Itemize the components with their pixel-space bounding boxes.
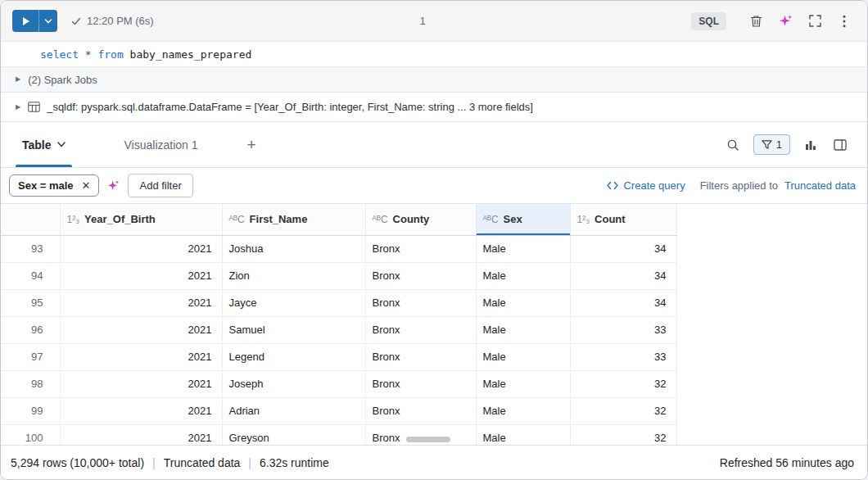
data-profile-icon[interactable] bbox=[798, 133, 823, 157]
table-cell[interactable]: 2021 bbox=[60, 343, 222, 370]
string-type-icon: ᴬᴮC bbox=[373, 214, 388, 225]
sql-table-name: baby_names_prepared bbox=[130, 48, 252, 61]
table-cell[interactable]: Male bbox=[476, 343, 570, 370]
table-row: 942021ZionBronxMale34 bbox=[1, 262, 676, 289]
table-row: 992021AdrianBronxMale32 bbox=[1, 397, 676, 424]
table-cell[interactable]: Male bbox=[476, 262, 570, 289]
horizontal-scrollbar[interactable] bbox=[406, 437, 450, 442]
table-cell[interactable]: 2021 bbox=[60, 397, 222, 424]
column-label: Count bbox=[594, 213, 626, 225]
table-cell[interactable]: 2021 bbox=[60, 262, 222, 289]
table-cell[interactable]: Adrian bbox=[222, 397, 365, 424]
table-row: 952021JayceBronxMale34 bbox=[1, 289, 676, 316]
table-cell[interactable]: 2021 bbox=[60, 370, 222, 397]
table-cell[interactable]: 34 bbox=[570, 235, 676, 262]
table-cell[interactable]: Male bbox=[476, 289, 570, 316]
table-cell[interactable]: 32 bbox=[570, 397, 676, 424]
side-panel-icon[interactable] bbox=[828, 133, 852, 157]
success-check-icon bbox=[70, 16, 82, 27]
table-cell[interactable]: 34 bbox=[570, 262, 676, 289]
create-query-link[interactable]: Create query bbox=[607, 179, 685, 192]
row-count-text: 5,294 rows (10,000+ total) bbox=[11, 456, 144, 469]
filter-bar: Sex = male ✕ Add filter Create query Fil… bbox=[1, 168, 867, 204]
run-button[interactable] bbox=[12, 10, 57, 32]
row-number-cell: 93 bbox=[1, 235, 60, 262]
numeric-type-icon: 1²₃ bbox=[577, 214, 590, 225]
table-cell[interactable]: 33 bbox=[570, 343, 676, 370]
expand-fullscreen-icon[interactable] bbox=[803, 10, 826, 33]
column-header-first-name[interactable]: ᴬᴮCFirst_Name bbox=[222, 204, 365, 235]
row-number-cell: 96 bbox=[1, 316, 60, 343]
truncated-data-link[interactable]: Truncated data bbox=[784, 179, 856, 192]
table-cell[interactable]: Bronx bbox=[365, 235, 476, 262]
row-number-cell: 98 bbox=[1, 370, 60, 397]
table-cell[interactable]: Joshua bbox=[222, 235, 365, 262]
column-header-count[interactable]: 1²₃Count bbox=[570, 204, 676, 235]
table-cell[interactable]: 34 bbox=[570, 289, 676, 316]
table-cell[interactable]: Greyson bbox=[222, 424, 365, 445]
table-cell[interactable]: 33 bbox=[570, 316, 676, 343]
results-table: 1²₃Year_Of_Birth ᴬᴮCFirst_Name ᴬᴮCCounty… bbox=[1, 204, 677, 445]
table-cell[interactable]: 2021 bbox=[60, 316, 222, 343]
table-cell[interactable]: Bronx bbox=[365, 343, 476, 370]
table-cell[interactable]: Zion bbox=[222, 262, 365, 289]
table-cell[interactable]: Joseph bbox=[222, 370, 365, 397]
table-cell[interactable]: Jayce bbox=[222, 289, 365, 316]
table-header-row: 1²₃Year_Of_Birth ᴬᴮCFirst_Name ᴬᴮCCounty… bbox=[1, 204, 676, 235]
play-icon[interactable] bbox=[12, 10, 38, 32]
table-cell[interactable]: Bronx bbox=[365, 370, 476, 397]
column-header-county[interactable]: ᴬᴮCCounty bbox=[365, 204, 476, 235]
filter-chip-sex-male[interactable]: Sex = male ✕ bbox=[9, 174, 99, 197]
create-query-label: Create query bbox=[623, 179, 685, 192]
remove-filter-icon[interactable]: ✕ bbox=[82, 180, 91, 191]
dataframe-result-row[interactable]: ▶ _sqldf: pyspark.sql.dataframe.DataFram… bbox=[1, 93, 867, 122]
filter-chip-label: Sex = male bbox=[18, 179, 74, 192]
language-badge[interactable]: SQL bbox=[691, 12, 726, 30]
row-number-cell: 99 bbox=[1, 397, 60, 424]
table-cell[interactable]: Male bbox=[476, 316, 570, 343]
row-number-cell: 95 bbox=[1, 289, 60, 316]
results-toolbar-icons: 1 bbox=[721, 122, 852, 167]
spark-jobs-row[interactable]: ▶ (2) Spark Jobs bbox=[1, 66, 867, 93]
add-tab-button[interactable]: + bbox=[241, 122, 263, 167]
table-cell[interactable]: Samuel bbox=[222, 316, 365, 343]
tab-visualization-label: Visualization 1 bbox=[124, 138, 198, 152]
assistant-sparkle-icon[interactable] bbox=[774, 10, 797, 33]
tab-table-label: Table bbox=[22, 138, 52, 152]
table-cell[interactable]: Legend bbox=[222, 343, 365, 370]
table-cell[interactable]: Bronx bbox=[365, 397, 476, 424]
table-cell[interactable]: 2021 bbox=[60, 235, 222, 262]
table-cell[interactable]: Male bbox=[476, 397, 570, 424]
row-number-header bbox=[1, 204, 60, 235]
column-header-year-of-birth[interactable]: 1²₃Year_Of_Birth bbox=[60, 204, 222, 235]
table-row: 972021LegendBronxMale33 bbox=[1, 343, 676, 370]
code-editor-line[interactable]: select * from baby_names_prepared bbox=[1, 42, 867, 66]
table-cell[interactable]: 32 bbox=[570, 370, 676, 397]
delete-cell-button[interactable] bbox=[744, 10, 767, 33]
column-header-sex[interactable]: ᴬᴮCSex bbox=[476, 204, 570, 235]
table-cell[interactable]: Bronx bbox=[365, 316, 476, 343]
table-cell[interactable]: 2021 bbox=[60, 289, 222, 316]
collapse-arrow-icon[interactable]: ▶ bbox=[16, 76, 20, 83]
table-cell[interactable]: Bronx bbox=[365, 262, 476, 289]
results-tab-bar: Table Visualization 1 + 1 bbox=[1, 122, 867, 168]
cell-number: 1 bbox=[419, 15, 425, 27]
table-cell[interactable]: Male bbox=[476, 424, 570, 445]
collapse-arrow-icon[interactable]: ▶ bbox=[16, 104, 20, 111]
add-filter-button[interactable]: Add filter bbox=[128, 174, 192, 197]
table-cell[interactable]: 2021 bbox=[60, 424, 222, 445]
search-icon[interactable] bbox=[721, 133, 745, 157]
filter-count-button[interactable]: 1 bbox=[753, 134, 790, 155]
table-cell[interactable]: Bronx bbox=[365, 289, 476, 316]
run-options-chevron-down-icon[interactable] bbox=[39, 10, 57, 32]
filters-applied-text: Filters applied to bbox=[700, 179, 778, 192]
table-cell[interactable]: Male bbox=[476, 370, 570, 397]
table-cell[interactable]: Male bbox=[476, 235, 570, 262]
assistant-sparkle-icon[interactable] bbox=[107, 179, 120, 192]
sql-operator: * bbox=[85, 48, 92, 61]
kebab-menu-icon[interactable] bbox=[833, 10, 856, 33]
table-cell[interactable]: 32 bbox=[570, 424, 676, 445]
tab-table[interactable]: Table bbox=[16, 122, 72, 167]
tab-visualization-1[interactable]: Visualization 1 bbox=[118, 122, 205, 167]
row-number-cell: 94 bbox=[1, 262, 60, 289]
